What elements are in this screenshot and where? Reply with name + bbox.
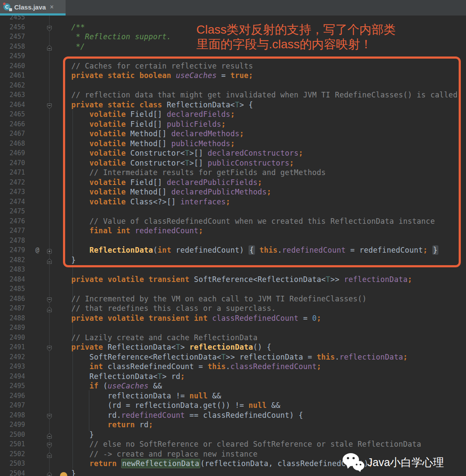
code-token: = redefinedCount xyxy=(346,246,423,254)
code-text[interactable]: reflectionData != null && xyxy=(53,391,221,401)
code-text[interactable]: private static class ReflectionData<T> { xyxy=(53,100,253,110)
code-text[interactable]: final int redefinedCount; xyxy=(53,226,203,236)
line-number: 2501 xyxy=(0,439,25,449)
line-number: 2485 xyxy=(0,284,25,294)
code-text[interactable]: // that redefines this class or a superc… xyxy=(53,304,276,313)
fold-end-icon[interactable] xyxy=(47,432,52,438)
code-text[interactable]: * Reflection support. xyxy=(53,32,171,42)
code-text[interactable]: int classRedefinedCount = this.classRede… xyxy=(53,362,321,372)
code-text[interactable]: // reflection data that might get invali… xyxy=(53,90,458,100)
code-text[interactable]: volatile Method[] declaredMethods; xyxy=(53,129,244,139)
code-line: 2460 // Caches for certain reflective re… xyxy=(0,61,466,71)
code-text[interactable]: volatile Class<?>[] interfaces; xyxy=(53,197,230,207)
code-text[interactable]: */ xyxy=(53,42,85,52)
fold-end-icon[interactable] xyxy=(47,470,52,476)
code-token xyxy=(53,139,89,148)
code-text[interactable]: volatile Field[] declaredPublicFields; xyxy=(53,178,262,188)
line-number: 2465 xyxy=(0,110,25,119)
code-token: Field[] xyxy=(130,178,167,187)
fold-end-icon[interactable] xyxy=(47,257,52,263)
code-text[interactable]: SoftReference<ReflectionData<T>> reflect… xyxy=(53,352,408,362)
code-token: */ xyxy=(53,42,85,51)
code-token: private static boolean xyxy=(71,71,176,80)
code-text[interactable]: // Lazily create and cache ReflectionDat… xyxy=(53,333,258,343)
code-token: T xyxy=(235,100,239,109)
code-text[interactable]: private static boolean useCaches = true; xyxy=(53,71,253,81)
code-token xyxy=(53,226,89,235)
fold-end-icon[interactable] xyxy=(47,305,52,311)
code-token: rd. xyxy=(53,411,121,420)
code-text[interactable]: volatile Constructor<T>[] publicConstruc… xyxy=(53,158,294,168)
line-number: 2479 xyxy=(0,245,25,255)
code-text[interactable]: private volatile transient int classRede… xyxy=(53,313,321,323)
code-line: 2475 xyxy=(0,207,466,216)
code-text[interactable]: // else no SoftReference or cleared Soft… xyxy=(53,439,421,449)
code-text[interactable]: volatile Constructor<T>[] declaredConstr… xyxy=(53,148,303,158)
code-text[interactable]: // Incremented by the VM on each call to… xyxy=(53,294,367,304)
code-text[interactable]: volatile Method[] declaredPublicMethods; xyxy=(53,187,271,197)
code-text[interactable]: private volatile transient SoftReference… xyxy=(53,275,412,285)
line-number: 2477 xyxy=(0,226,25,236)
fold-start-icon[interactable] xyxy=(47,102,52,108)
code-line: 2462 xyxy=(0,81,466,91)
code-token: ( xyxy=(153,246,158,254)
code-token: . xyxy=(226,362,230,371)
code-token: > xyxy=(180,343,189,351)
line-number: 2495 xyxy=(0,381,25,391)
code-token xyxy=(53,362,89,371)
code-text[interactable]: ReflectionData<T> rd; xyxy=(53,372,185,382)
code-text[interactable]: } xyxy=(53,430,94,440)
code-text[interactable]: // Value of classRedefinedCount when we … xyxy=(53,216,435,226)
code-token: >> xyxy=(331,275,344,284)
code-text[interactable]: return newReflectionData(reflectionData,… xyxy=(53,459,373,469)
fold-start-icon[interactable] xyxy=(47,344,52,350)
code-text[interactable]: /** xyxy=(53,22,85,32)
tab-class-java[interactable]: C Class.java × xyxy=(0,0,66,16)
code-text[interactable]: volatile Field[] publicFields; xyxy=(53,119,226,129)
code-token: ; xyxy=(368,459,373,468)
fold-start-icon[interactable] xyxy=(47,441,52,447)
code-token: declaredPublicFields xyxy=(167,178,258,187)
line-number: 2498 xyxy=(0,410,25,420)
code-token: volatile xyxy=(89,178,130,187)
fold-start-icon[interactable] xyxy=(47,296,52,302)
fold-collapsed-icon[interactable] xyxy=(47,247,52,253)
code-text[interactable]: // -> create and replace new instance xyxy=(53,449,258,459)
code-text[interactable]: (rd = reflectionData.get()) != null && xyxy=(53,401,280,410)
code-token xyxy=(53,159,89,167)
fold-end-icon[interactable] xyxy=(47,451,52,457)
code-text[interactable]: if (useCaches && xyxy=(53,381,162,391)
code-token: useCaches xyxy=(107,382,148,390)
code-text[interactable]: rd.redefinedCount == classRedefinedCount… xyxy=(53,410,303,420)
line-number: 2487 xyxy=(0,304,25,313)
code-text[interactable]: private ReflectionData<T> reflectionData… xyxy=(53,342,271,352)
code-text[interactable]: return rd; xyxy=(53,420,153,430)
code-token: T xyxy=(221,353,226,361)
fold-start-icon[interactable] xyxy=(47,24,52,30)
code-text[interactable]: // Intermediate results for getFields an… xyxy=(53,168,326,178)
code-text[interactable]: volatile Method[] publicMethods; xyxy=(53,139,235,149)
code-token xyxy=(53,71,71,80)
code-token: (rd = reflectionData.get()) != xyxy=(53,401,249,410)
close-tab-icon[interactable]: × xyxy=(50,3,54,11)
code-text[interactable]: } xyxy=(53,255,76,265)
code-token: ; xyxy=(423,246,428,254)
fold-end-icon[interactable] xyxy=(47,44,52,50)
code-line: 2495 if (useCaches && xyxy=(0,381,466,391)
code-token: ; xyxy=(249,71,253,80)
code-line: 2490 // Lazily create and cache Reflecti… xyxy=(0,333,466,343)
tab-title: Class.java xyxy=(14,3,46,11)
line-number: 2467 xyxy=(0,129,25,139)
code-line: 2489 xyxy=(0,323,466,333)
code-text[interactable]: // Caches for certain reflective results xyxy=(53,61,253,71)
code-token xyxy=(53,343,71,351)
code-text[interactable]: ReflectionData(int redefinedCount) { thi… xyxy=(53,245,438,255)
line-number: 2502 xyxy=(0,449,25,459)
code-text[interactable]: volatile Field[] declaredFields; xyxy=(53,110,235,119)
code-token: ; xyxy=(317,362,321,371)
code-token: ReflectionData xyxy=(89,246,153,254)
fold-start-icon[interactable] xyxy=(47,412,52,418)
code-editor[interactable]: 24552456 /**2457 * Reflection support.24… xyxy=(0,0,466,476)
code-token: ; xyxy=(239,129,244,138)
code-token: final int xyxy=(89,226,135,235)
